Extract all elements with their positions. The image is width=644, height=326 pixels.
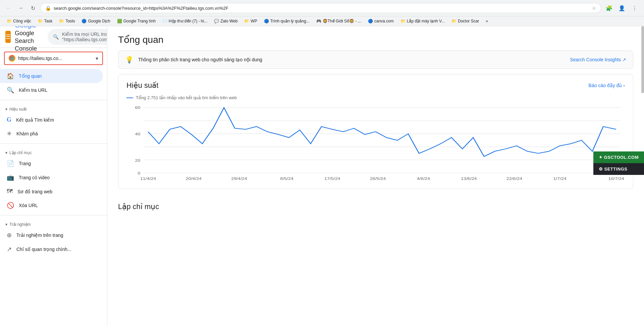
star-icon: ☆ [592,6,596,11]
search-icon: 🔍 [7,86,14,94]
nav-item-chi-so-quan-trong[interactable]: ↗ Chỉ số quan trọng chính... [0,242,103,256]
video-icon: 📺 [7,174,14,181]
more-bookmarks[interactable]: » [483,18,491,24]
nav-item-tong-quan[interactable]: 🏠 Tổng quan [0,69,103,83]
index-section-title: Lập chỉ mục [107,197,644,214]
profile-button[interactable]: 👤 [616,3,627,13]
svg-text:10/7/24: 10/7/24 [608,176,624,181]
svg-text:1/7/24: 1/7/24 [553,176,567,181]
settings-button[interactable]: ⚙ SETTINGS [593,163,644,175]
more-button[interactable]: ⋮ [629,3,640,13]
experience-icon: ⊕ [7,232,12,239]
folder-icon: 📁 [244,19,249,23]
collapse-arrow[interactable]: ▾ [5,222,7,227]
chart-container: 60 40 20 0 11/4/24 20/4/24 29/4/24 8/5/2… [118,102,633,189]
legend-text: Tổng 2.751 lần nhấp vào kết quả tìm kiếm… [136,95,237,100]
divider-3 [0,215,107,215]
performance-card: Hiệu suất Báo cáo đầy đủ › Tổng 2.751 lầ… [118,74,633,189]
nav-item-trang-co-video[interactable]: 📺 Trang có video [0,171,103,185]
translate-icon: 🔵 [82,19,87,23]
bookmark-canva[interactable]: 🔵 canva.com [365,18,396,24]
nav-label-trang: Trang [19,161,31,166]
nav-item-trai-nghiem-tren-trang[interactable]: ⊕ Trải nghiệm trên trang [0,228,103,242]
scrollbar[interactable] [641,26,644,93]
bookmark-google-dich[interactable]: 🔵 Google Dịch [79,18,113,24]
svg-text:26/5/24: 26/5/24 [370,176,386,181]
bookmark-wp[interactable]: 📁 WP [241,18,260,24]
divider-2 [0,143,107,144]
app-header: ☰ Google Google Search Console 🔍 Kiểm tr… [0,26,107,48]
bookmark-the-gioi-so[interactable]: 🎮 🦁Thế Giới Số🦁 - ... [314,18,364,24]
home-icon: 🏠 [7,72,14,80]
bookmark-gmail[interactable]: ✉️ Hộp thư đến (7) - hi... [160,18,210,24]
search-icon: 🔍 [53,34,59,40]
lock-icon: 🔒 [45,5,51,11]
nav-item-ket-qua-tim-kiem[interactable]: G Kết quả Tìm kiếm [0,113,103,127]
svg-text:0: 0 [138,171,140,176]
chart-legend: Tổng 2.751 lần nhấp vào kết quả tìm kiếm… [118,92,633,102]
app-layout: ☰ Google Google Search Console 🔍 Kiểm tr… [0,26,644,326]
nav-item-kiem-tra-url[interactable]: 🔍 Kiểm tra URL [0,83,103,97]
nav-label-xoa-url: Xóa URL [19,203,38,208]
nav-label-trang-co-video: Trang có video [19,175,50,180]
page-title: Tổng quan [107,26,644,51]
zalo-icon: 💬 [214,19,219,23]
folder-icon: 📁 [451,19,457,23]
folder-icon: 📁 [400,19,406,23]
forward-button[interactable]: → [16,3,25,13]
browser-actions: 🧩 👤 ⋮ [604,3,640,13]
section-trai-nghiem: ▾ Trải nghiệm [0,218,107,228]
page-icon: 📄 [7,160,14,167]
search-bar[interactable]: 🔍 Kiểm tra mọi URL trong "https://tailie… [48,29,107,45]
section-label: Hiệu suất [9,107,26,112]
insights-link[interactable]: Search Console Insights ↗ [570,57,626,62]
svg-text:17/5/24: 17/5/24 [324,176,340,181]
main-content: Tổng quan 💡 Thông tin phân tích trang we… [107,26,644,326]
address-bar[interactable]: 🔒 search.google.com/search-console?resou… [40,3,601,13]
bookmark-tools[interactable]: 📁 Tools [56,18,77,24]
svg-text:8/5/24: 8/5/24 [280,176,293,181]
bookmark-google-sheets[interactable]: 🟩 Google Trang tính [114,18,158,24]
nav-item-so-do-trang-web[interactable]: 🗺 Sơ đồ trang web [0,185,103,198]
lightbulb-icon: 💡 [125,56,133,64]
refresh-button[interactable]: ↻ [28,3,38,13]
svg-text:29/4/24: 29/4/24 [231,176,247,181]
section-hieu-suat: ▾ Hiệu suất [0,103,107,113]
discover-icon: ✳ [7,130,12,137]
remove-icon: 🚫 [7,202,14,209]
bookmarks-bar: 📁 Công việc 📁 Task 📁 Tools 🔵 Google Dịch… [0,16,644,26]
property-selector[interactable]: 🌐 https://tailieu.tgs.co... ▾ [4,52,103,65]
full-report-link[interactable]: Báo cáo đầy đủ › [589,83,625,88]
card-header: Hiệu suất Báo cáo đầy đủ › [118,74,633,92]
svg-text:40: 40 [135,132,141,136]
search-placeholder: Kiểm tra mọi URL trong "https://tailieu.… [62,31,107,42]
collapse-arrow[interactable]: ▾ [5,107,7,112]
back-button[interactable]: ← [4,3,13,13]
browser-toolbar: ← → ↻ 🔒 search.google.com/search-console… [0,0,644,16]
bookmark-doctor-scar[interactable]: 📁 Doctor Scar [449,18,482,24]
bookmark-cong-viec[interactable]: 📁 Công việc [4,18,34,24]
svg-text:4/6/24: 4/6/24 [417,176,430,181]
extensions-button[interactable]: 🧩 [604,3,614,13]
arrow-right-icon: › [623,83,625,88]
url-text: search.google.com/search-console?resourc… [54,6,589,11]
nav-label-chi-so: Chỉ số quan trọng chính... [16,247,71,252]
info-text: Thông tin phân tích trang web cho người … [138,57,565,62]
nav-item-kham-pha[interactable]: ✳ Khám phá [0,127,103,141]
divider-1 [0,100,107,100]
folder-icon: 📁 [38,19,43,23]
menu-button[interactable]: ☰ [5,31,11,43]
gsctool-button[interactable]: ✦ GSCTOOL.COM [593,151,644,163]
nav-label-ket-qua-tim-kiem: Kết quả Tìm kiếm [16,117,54,123]
bookmark-lap-dat[interactable]: 📁 Lắp đặt máy lạnh V... [398,18,447,24]
collapse-arrow[interactable]: ▾ [5,150,7,155]
nav-label-kham-pha: Khám phá [16,131,38,136]
property-url: https://tailieu.tgs.co... [18,56,93,61]
bookmark-ads[interactable]: 🔵 Trình quản lý quảng... [261,18,312,24]
nav-item-trang[interactable]: 📄 Trang [0,156,103,171]
bookmark-zalo[interactable]: 💬 Zalo Web [211,18,240,24]
bookmark-task[interactable]: 📁 Task [35,18,55,24]
info-banner: 💡 Thông tin phân tích trang web cho ngườ… [118,51,633,69]
nav-item-xoa-url[interactable]: 🚫 Xóa URL [0,198,103,212]
sitemap-icon: 🗺 [7,188,13,195]
